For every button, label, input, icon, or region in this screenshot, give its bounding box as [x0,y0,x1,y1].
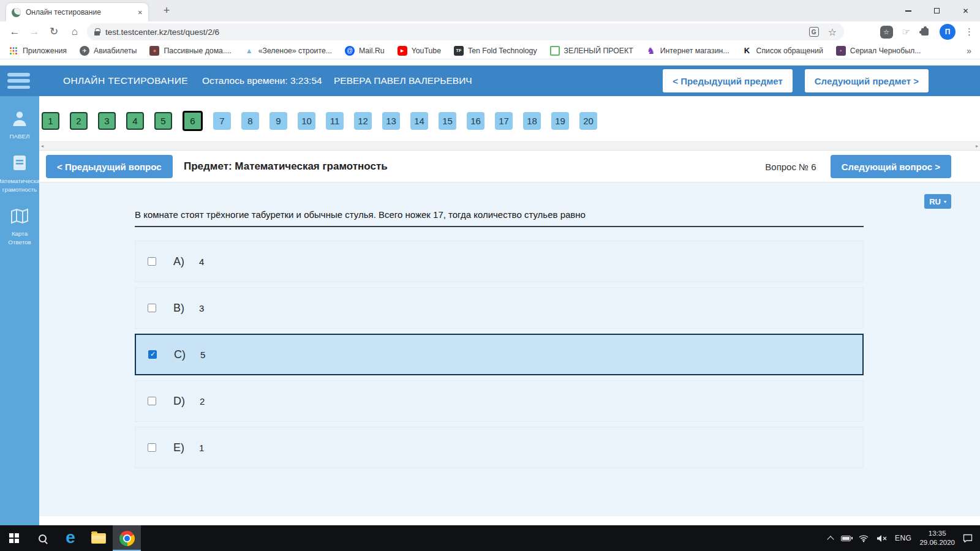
forward-icon[interactable]: → [26,21,43,42]
question-12-button[interactable]: 12 [354,112,372,130]
hamburger-menu-icon[interactable] [7,73,30,89]
option-checkbox[interactable] [148,257,156,266]
scroll-right-icon[interactable]: ▸ [976,143,978,149]
battery-icon[interactable] [841,536,851,541]
bookmark-item[interactable]: ▪Сериал Чернобыл... [836,46,921,56]
bookmark-item[interactable]: TFTen Fold Technology [454,46,537,56]
question-14-button[interactable]: 14 [410,112,428,130]
question-5-button[interactable]: 5 [154,112,172,130]
close-button[interactable]: ✕ [951,0,980,21]
address-bar[interactable]: test.testcenter.kz/test/quest/2/6 G ☆ [87,23,844,40]
home-icon[interactable]: ⌂ [66,21,83,42]
taskbar-explorer-button[interactable] [85,525,113,551]
question-8-button[interactable]: 8 [241,112,259,130]
prev-question-button[interactable]: < Предыдущий вопрос [46,155,173,178]
option-value: 1 [199,443,204,453]
question-7-button[interactable]: 7 [213,112,231,130]
apps-icon [9,46,18,56]
start-button[interactable] [0,525,28,551]
question-10-button[interactable]: 10 [298,112,315,130]
bookmark-item[interactable]: ЗЕЛЕНЫЙ ПРОЕКТ [550,46,633,56]
question-1-button[interactable]: 1 [42,112,59,130]
wifi-icon[interactable] [859,534,869,542]
maximize-button[interactable] [922,0,951,21]
question-11-button[interactable]: 11 [326,112,344,130]
question-2-button[interactable]: 2 [70,112,88,130]
prev-subject-button[interactable]: < Предыдущий предмет [663,69,793,92]
tray-chevron-up-icon[interactable] [827,536,834,542]
bookmark-item[interactable]: ♞Интернет магазин... [646,46,729,56]
next-subject-button[interactable]: Следующий предмет > [805,69,929,92]
answer-option-row[interactable]: B)3 [135,287,864,329]
subject-nav-buttons: < Предыдущий предмет Следующий предмет > [663,69,929,92]
bookmark-item[interactable]: ▶YouTube [398,46,441,56]
back-icon[interactable]: ← [6,21,23,42]
bookmark-star-icon[interactable]: ☆ [828,26,837,38]
question-17-button[interactable]: 17 [495,112,513,130]
answer-option-row[interactable]: C)5 [135,334,864,375]
browser-toolbar: ← → ↻ ⌂ test.testcenter.kz/test/quest/2/… [0,21,980,42]
horizontal-scrollbar[interactable]: ◂ ▸ [39,141,980,151]
green-sq-icon [550,46,560,56]
chevron-down-icon: ▾ [944,199,946,204]
bookmark-item[interactable]: @Mail.Ru [345,46,385,56]
sidebar-item-answer-map[interactable]: Карта Ответов [0,208,39,247]
question-9-button[interactable]: 9 [270,112,287,130]
profile-avatar[interactable]: П [940,24,956,40]
browser-tab[interactable]: Онлайн тестирование ✕ [6,3,148,21]
tenfold-icon: TF [454,46,464,56]
bookmark-label: ЗЕЛЕНЫЙ ПРОЕКТ [564,47,633,55]
taskbar-edge-button[interactable]: e [56,525,85,551]
volume-muted-icon[interactable] [876,534,887,542]
tab-close-icon[interactable]: ✕ [138,9,143,16]
extensions-puzzle-icon[interactable] [921,28,929,36]
option-checkbox[interactable] [148,304,156,312]
next-question-button[interactable]: Следующий вопрос > [831,155,951,178]
question-content: RU ▾ В комнате стоят трёхногие табуретки… [39,182,980,516]
bookmark-item[interactable]: KСписок обращений [742,46,823,56]
mailru-icon: @ [345,46,355,56]
language-selector[interactable]: RU ▾ [924,194,951,209]
option-checkbox[interactable] [148,397,156,405]
scroll-left-icon[interactable]: ◂ [41,143,43,149]
sidebar-item-label: Карта Ответов [0,230,39,247]
input-language[interactable]: ENG [895,534,912,542]
question-3-button[interactable]: 3 [98,112,116,130]
question-text: В комнате стоят трёхногие табуретки и об… [135,209,864,227]
refresh-icon[interactable]: ↻ [45,21,62,42]
answer-option-row[interactable]: A)4 [135,241,864,282]
option-checkbox[interactable] [148,350,157,359]
system-tray: ENG 13:35 29.06.2020 [828,529,980,547]
extension-star-icon[interactable]: ☆ [880,26,893,39]
answer-option-row[interactable]: E)1 [135,427,864,468]
question-13-button[interactable]: 13 [382,112,400,130]
bookmark-item[interactable]: Приложения [9,46,67,56]
option-value: 5 [200,350,205,360]
question-6-button[interactable]: 6 [183,111,203,131]
question-18-button[interactable]: 18 [523,112,541,130]
minimize-button[interactable] [894,0,922,21]
bookmark-item[interactable]: ▲«Зеленое» строите... [244,46,332,56]
browser-menu-icon[interactable]: ⋮ [965,26,974,37]
question-4-button[interactable]: 4 [126,112,144,130]
sidebar-item-subject[interactable]: Математическая грамотность [0,154,39,194]
taskbar-search-button[interactable] [28,525,56,551]
clock-time: 13:35 [929,530,946,537]
bookmarks-overflow-icon[interactable]: » [967,46,971,56]
translate-icon[interactable]: G [809,27,819,37]
question-header: < Предыдущий вопрос Предмет: Математичес… [39,151,980,182]
taskbar-chrome-button[interactable] [113,525,141,551]
question-20-button[interactable]: 20 [579,112,597,130]
question-15-button[interactable]: 15 [439,112,456,130]
notification-icon[interactable] [963,534,973,542]
taskbar-clock[interactable]: 13:35 29.06.2020 [919,529,955,547]
bookmark-item[interactable]: ●Пассивные дома.... [149,46,231,56]
option-checkbox[interactable] [148,443,156,452]
new-tab-button[interactable]: + [159,4,174,18]
answer-option-row[interactable]: D)2 [135,380,864,422]
question-19-button[interactable]: 19 [551,112,569,130]
extension-hand-icon[interactable]: ☞ [902,26,910,37]
sidebar-item-user[interactable]: ПАВЕЛ [0,110,39,141]
bookmark-item[interactable]: ✈Авиабилеты [80,46,137,56]
question-16-button[interactable]: 16 [467,112,484,130]
